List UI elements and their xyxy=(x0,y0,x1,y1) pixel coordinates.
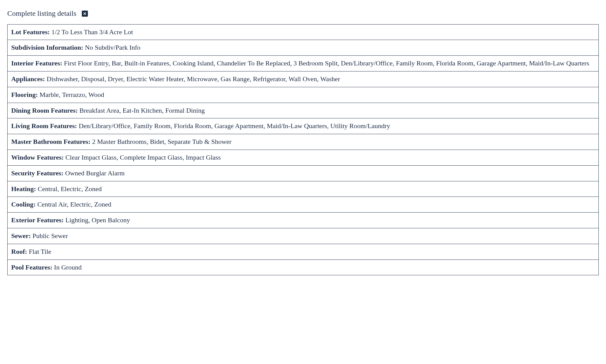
page-title: Complete listing details xyxy=(7,8,76,19)
detail-value: No Subdiv/Park Info xyxy=(83,44,141,51)
details-row: Subdivision Information: No Subdiv/Park … xyxy=(8,40,598,56)
detail-value: 1/2 To Less Than 3/4 Acre Lot xyxy=(50,28,133,36)
detail-value: Lighting, Open Balcony xyxy=(64,216,130,224)
header: Complete listing details ✕ xyxy=(7,8,599,19)
detail-value: First Floor Entry, Bar, Built-in Feature… xyxy=(62,59,589,67)
detail-value: Dishwasher, Disposal, Dryer, Electric Wa… xyxy=(45,75,340,83)
detail-label: Subdivision Information: xyxy=(11,44,83,51)
detail-label: Roof: xyxy=(11,248,27,255)
detail-label: Living Room Features: xyxy=(11,122,77,130)
detail-label: Cooling: xyxy=(11,200,36,208)
detail-value: In Ground xyxy=(52,263,82,271)
details-row: Appliances: Dishwasher, Disposal, Dryer,… xyxy=(8,71,598,87)
close-icon: ✕ xyxy=(83,12,87,16)
details-row: Security Features: Owned Burglar Alarm xyxy=(8,166,598,181)
detail-label: Dining Room Features: xyxy=(11,107,78,114)
detail-label: Lot Features: xyxy=(11,28,50,36)
detail-value: Marble, Terrazzo, Wood xyxy=(38,91,104,98)
detail-value: Central Air, Electric, Zoned xyxy=(36,200,112,208)
details-row: Heating: Central, Electric, Zoned xyxy=(8,181,598,197)
detail-label: Interior Features: xyxy=(11,59,62,67)
detail-value: Den/Library/Office, Family Room, Florida… xyxy=(77,122,390,130)
details-row: Roof: Flat Tile xyxy=(8,244,598,260)
details-row: Pool Features: In Ground xyxy=(8,260,598,276)
details-table: Lot Features: 1/2 To Less Than 3/4 Acre … xyxy=(7,24,599,276)
details-row: Cooling: Central Air, Electric, Zoned xyxy=(8,197,598,213)
detail-value: Public Sewer xyxy=(31,232,68,240)
detail-label: Sewer: xyxy=(11,232,31,240)
detail-label: Exterior Features: xyxy=(11,216,64,224)
detail-label: Appliances: xyxy=(11,75,45,83)
detail-value: 2 Master Bathrooms, Bidet, Separate Tub … xyxy=(91,138,232,145)
details-row: Exterior Features: Lighting, Open Balcon… xyxy=(8,213,598,228)
details-row: Flooring: Marble, Terrazzo, Wood xyxy=(8,87,598,103)
details-row: Sewer: Public Sewer xyxy=(8,228,598,244)
detail-label: Pool Features: xyxy=(11,263,52,271)
details-row: Dining Room Features: Breakfast Area, Ea… xyxy=(8,103,598,119)
detail-label: Security Features: xyxy=(11,169,64,177)
detail-value: Owned Burglar Alarm xyxy=(64,169,125,177)
detail-label: Heating: xyxy=(11,185,36,193)
details-row: Window Features: Clear Impact Glass, Com… xyxy=(8,150,598,166)
detail-label: Window Features: xyxy=(11,154,64,161)
detail-value: Breakfast Area, Eat-In Kitchen, Formal D… xyxy=(78,107,205,114)
detail-value: Clear Impact Glass, Complete Impact Glas… xyxy=(64,154,221,161)
close-button[interactable]: ✕ xyxy=(82,11,88,17)
detail-value: Central, Electric, Zoned xyxy=(36,185,102,193)
detail-label: Flooring: xyxy=(11,91,38,98)
details-row: Interior Features: First Floor Entry, Ba… xyxy=(8,56,598,71)
details-row: Living Room Features: Den/Library/Office… xyxy=(8,118,598,134)
detail-label: Master Bathroom Features: xyxy=(11,138,91,145)
details-row: Master Bathroom Features: 2 Master Bathr… xyxy=(8,134,598,150)
detail-value: Flat Tile xyxy=(27,248,51,255)
details-row: Lot Features: 1/2 To Less Than 3/4 Acre … xyxy=(8,25,598,40)
